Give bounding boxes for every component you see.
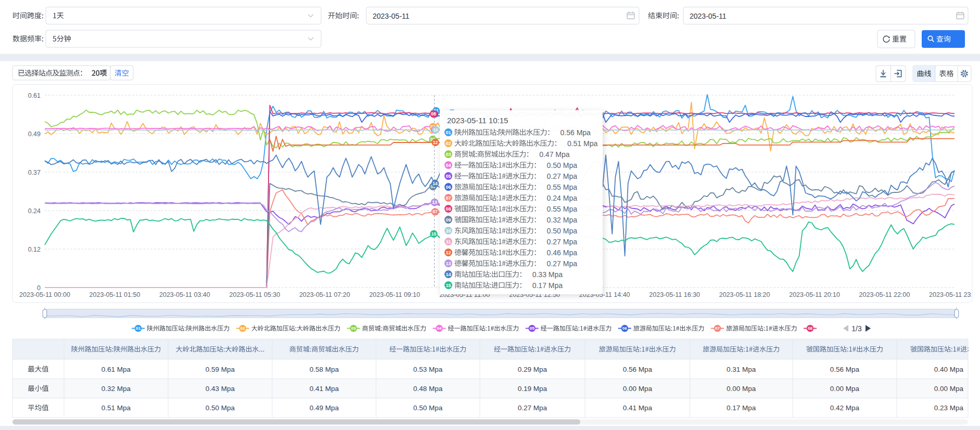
svg-text:0.48 Mpa: 0.48 Mpa	[413, 385, 443, 393]
svg-text:2023-05-11 18:20: 2023-05-11 18:20	[719, 291, 770, 298]
svg-text:0.56 Mpa: 0.56 Mpa	[623, 366, 653, 373]
svg-text:0.40 Mpa: 0.40 Mpa	[934, 366, 964, 373]
svg-text:0.61 Mpa: 0.61 Mpa	[101, 366, 131, 373]
svg-text:0.41 Mpa: 0.41 Mpa	[310, 385, 339, 393]
svg-text:0.49 Mpa: 0.49 Mpa	[310, 404, 339, 412]
svg-text:0.46 Mpa: 0.46 Mpa	[547, 249, 578, 257]
svg-text:0.24 Mpa: 0.24 Mpa	[547, 194, 578, 202]
svg-text:2023-05-11 03:40: 2023-05-11 03:40	[159, 291, 210, 298]
svg-text:0.50 Mpa: 0.50 Mpa	[206, 404, 235, 412]
svg-text:0.58 Mpa: 0.58 Mpa	[310, 366, 339, 373]
svg-text:0.27 Mpa: 0.27 Mpa	[518, 404, 548, 412]
svg-text:0.24: 0.24	[28, 207, 41, 215]
svg-text:0: 0	[37, 284, 41, 292]
svg-text:0.41 Mpa: 0.41 Mpa	[623, 404, 653, 412]
svg-text:2023-05-11: 2023-05-11	[373, 12, 410, 20]
svg-text:05: 05	[530, 326, 534, 331]
svg-text:10: 10	[446, 228, 451, 233]
svg-text:0.37: 0.37	[28, 169, 41, 176]
svg-text:14: 14	[432, 181, 438, 186]
svg-text:0.47 Mpa: 0.47 Mpa	[539, 150, 570, 159]
svg-text:12: 12	[446, 250, 451, 255]
svg-text:2023-05-11 09:10: 2023-05-11 09:10	[369, 291, 420, 298]
svg-text:0.17 Mpa: 0.17 Mpa	[727, 404, 756, 412]
svg-text:0.00 Mpa: 0.00 Mpa	[934, 385, 964, 393]
svg-text:0.59 Mpa: 0.59 Mpa	[206, 366, 235, 373]
svg-text:07: 07	[446, 196, 451, 201]
svg-text:0.42 Mpa: 0.42 Mpa	[830, 404, 860, 412]
svg-text:13: 13	[432, 200, 437, 205]
svg-text:2023-05-11: 2023-05-11	[690, 12, 727, 20]
svg-text:2023-05-11 01:50: 2023-05-11 01:50	[90, 291, 141, 298]
svg-text:0.53 Mpa: 0.53 Mpa	[413, 366, 443, 373]
svg-text:2023-05-11 16:30: 2023-05-11 16:30	[649, 291, 700, 298]
svg-text:2023-05-11 00:00: 2023-05-11 00:00	[19, 291, 70, 298]
svg-text:0.27 Mpa: 0.27 Mpa	[547, 259, 578, 268]
svg-text:0.56 Mpa: 0.56 Mpa	[830, 366, 860, 373]
svg-text:01: 01	[136, 326, 141, 331]
svg-text:08: 08	[808, 326, 812, 331]
svg-text:02: 02	[446, 141, 451, 146]
svg-text:2023-05-11 05:30: 2023-05-11 05:30	[230, 291, 281, 298]
svg-text:08: 08	[431, 111, 436, 116]
svg-text:15: 15	[446, 283, 451, 288]
svg-text:0.51 Mpa: 0.51 Mpa	[567, 139, 598, 148]
svg-text:15: 15	[431, 231, 437, 237]
svg-text:2023-05-11 20:10: 2023-05-11 20:10	[789, 291, 840, 298]
svg-text:0.56 Mpa: 0.56 Mpa	[561, 128, 591, 137]
svg-text:12: 12	[433, 140, 438, 145]
svg-text:0.55 Mpa: 0.55 Mpa	[547, 205, 578, 213]
svg-text:0.61: 0.61	[28, 92, 41, 99]
svg-text:0.31 Mpa: 0.31 Mpa	[727, 366, 756, 373]
svg-text:14: 14	[446, 272, 451, 277]
svg-text:1/3: 1/3	[851, 324, 862, 333]
svg-text:0.32 Mpa: 0.32 Mpa	[547, 216, 578, 224]
svg-text:0.49: 0.49	[28, 131, 41, 138]
svg-text:0.50 Mpa: 0.50 Mpa	[413, 404, 443, 412]
svg-text:11: 11	[446, 239, 451, 244]
svg-text:05: 05	[446, 174, 451, 179]
svg-text:0.32 Mpa: 0.32 Mpa	[101, 385, 131, 393]
svg-text:0.50 Mpa: 0.50 Mpa	[547, 161, 578, 170]
svg-text:0.55 Mpa: 0.55 Mpa	[547, 183, 578, 191]
svg-text:2023-05-11 10:15: 2023-05-11 10:15	[447, 116, 508, 125]
svg-text:0.00 Mpa: 0.00 Mpa	[727, 385, 756, 393]
svg-text:0.23 Mpa: 0.23 Mpa	[934, 404, 964, 412]
svg-text:0.00 Mpa: 0.00 Mpa	[623, 385, 653, 393]
svg-text:0.50 Mpa: 0.50 Mpa	[547, 227, 578, 235]
svg-text:04: 04	[437, 326, 442, 331]
svg-text:06: 06	[622, 326, 627, 331]
svg-text:02: 02	[240, 326, 245, 331]
svg-text:0.00 Mpa: 0.00 Mpa	[830, 385, 860, 393]
svg-text:0.27 Mpa: 0.27 Mpa	[547, 172, 578, 180]
svg-text:07: 07	[715, 326, 720, 331]
svg-text:03: 03	[446, 152, 451, 157]
svg-text:09: 09	[446, 217, 451, 223]
svg-text:13: 13	[446, 261, 451, 266]
svg-text:0.19 Mpa: 0.19 Mpa	[518, 385, 548, 393]
svg-text:10: 10	[433, 127, 438, 133]
svg-text:2023-05-11 07:20: 2023-05-11 07:20	[299, 291, 350, 298]
svg-text:03: 03	[351, 326, 356, 331]
svg-text:04: 04	[446, 163, 451, 168]
svg-text:0.27 Mpa: 0.27 Mpa	[547, 238, 578, 246]
svg-text:0.29 Mpa: 0.29 Mpa	[518, 366, 548, 373]
svg-text:08: 08	[446, 206, 451, 212]
svg-text:01: 01	[446, 130, 451, 135]
svg-text:06: 06	[446, 185, 451, 190]
svg-text:0.17 Mpa: 0.17 Mpa	[532, 281, 563, 290]
svg-text:0.43 Mpa: 0.43 Mpa	[206, 385, 235, 393]
svg-text:07: 07	[432, 209, 438, 214]
svg-text:0.33 Mpa: 0.33 Mpa	[532, 270, 563, 279]
svg-text:0.51 Mpa: 0.51 Mpa	[101, 404, 131, 412]
svg-text:2023-05-11 22:00: 2023-05-11 22:00	[859, 291, 910, 298]
svg-text:0.12: 0.12	[28, 246, 41, 253]
